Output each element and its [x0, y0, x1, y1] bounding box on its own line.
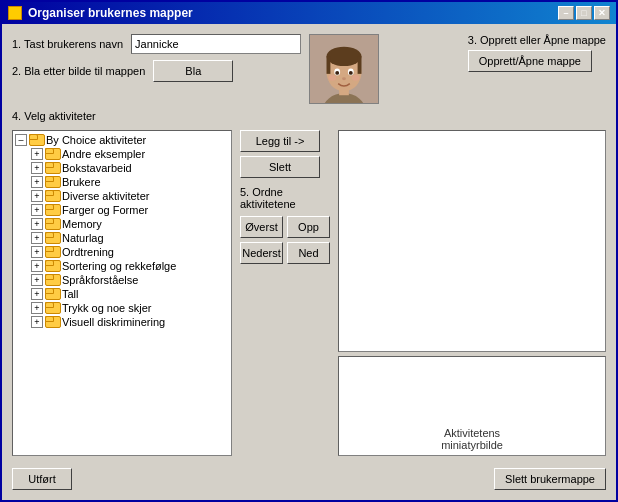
tree-item-andre-label: Andre eksempler: [62, 148, 145, 160]
tree-item-bokstav-label: Bokstavarbeid: [62, 162, 132, 174]
top-right: 3. Opprett eller Åpne mappe Opprett/Åpne…: [468, 34, 606, 72]
tree-item-visuell[interactable]: + Visuell diskriminering: [31, 315, 229, 329]
tree-item-diverse[interactable]: + Diverse aktiviteter: [31, 189, 229, 203]
tree-item-sortering-label: Sortering og rekkefølge: [62, 260, 176, 272]
done-button[interactable]: Utført: [12, 468, 72, 490]
tree-root-item[interactable]: – By Choice aktiviteter: [15, 133, 229, 147]
svg-point-12: [329, 75, 337, 81]
slett-button[interactable]: Slett: [240, 156, 320, 178]
tree-item-farger-expand[interactable]: +: [31, 204, 43, 216]
user-photo-image: [310, 34, 378, 104]
tree-item-bokstav-folder: [45, 162, 59, 174]
tree-item-ordtrening-label: Ordtrening: [62, 246, 114, 258]
ned-button[interactable]: Ned: [287, 242, 330, 264]
create-open-folder-button[interactable]: Opprett/Åpne mappe: [468, 50, 592, 72]
tree-item-memory-expand[interactable]: +: [31, 218, 43, 230]
tree-item-ordtrening-folder: [45, 246, 59, 258]
tree-item-visuell-label: Visuell diskriminering: [62, 316, 165, 328]
delete-user-folder-button[interactable]: Slett brukermappe: [494, 468, 606, 490]
close-button[interactable]: ✕: [594, 6, 610, 20]
tree-item-tall-folder: [45, 288, 59, 300]
right-panels: Aktivitetensminiatyrbilde: [338, 130, 606, 456]
window-title: Organiser brukernes mapper: [28, 6, 193, 20]
tree-item-sortering[interactable]: + Sortering og rekkefølge: [31, 259, 229, 273]
tree-panel: – By Choice aktiviteter + Andre eksemple…: [12, 130, 232, 456]
tree-item-trykk-label: Trykk og noe skjer: [62, 302, 151, 314]
tree-item-diverse-expand[interactable]: +: [31, 190, 43, 202]
tree-item-ordtrening-expand[interactable]: +: [31, 246, 43, 258]
tree-item-sprak-expand[interactable]: +: [31, 274, 43, 286]
activity-list: [338, 130, 606, 352]
window-icon: [8, 6, 22, 20]
tree-item-trykk-expand[interactable]: +: [31, 302, 43, 314]
tree-item-memory[interactable]: + Memory: [31, 217, 229, 231]
tree-item-memory-folder: [45, 218, 59, 230]
thumbnail-label: Aktivitetensminiatyrbilde: [441, 427, 503, 451]
tree-item-bokstav[interactable]: + Bokstavarbeid: [31, 161, 229, 175]
tree-item-natur[interactable]: + Naturlag: [31, 231, 229, 245]
tree-item-brukere-folder: [45, 176, 59, 188]
tree-item-sprak-folder: [45, 274, 59, 286]
tree-item-bokstav-expand[interactable]: +: [31, 162, 43, 174]
main-window: Organiser brukernes mapper – □ ✕ 1. Tast…: [0, 0, 618, 502]
top-left: 1. Tast brukerens navn 2. Bla etter bild…: [12, 34, 301, 82]
tree-item-brukere-expand[interactable]: +: [31, 176, 43, 188]
tree-item-tall[interactable]: + Tall: [31, 287, 229, 301]
tree-item-ordtrening[interactable]: + Ordtrening: [31, 245, 229, 259]
nederst-button[interactable]: Nederst: [240, 242, 283, 264]
tree-root-folder-icon: [29, 134, 43, 146]
tree-root-expand-icon[interactable]: –: [15, 134, 27, 146]
tree-item-diverse-label: Diverse aktiviteter: [62, 190, 149, 202]
tree-item-andre-expand[interactable]: +: [31, 148, 43, 160]
section1-label: 1. Tast brukerens navn: [12, 38, 123, 50]
section5-label: 5. Ordne aktivitetene: [240, 186, 330, 210]
tree-item-memory-label: Memory: [62, 218, 102, 230]
titlebar-controls: – □ ✕: [558, 6, 610, 20]
legg-til-button[interactable]: Legg til ->: [240, 130, 320, 152]
tree-item-farger[interactable]: + Farger og Former: [31, 203, 229, 217]
tree-item-sprak-label: Språkforståelse: [62, 274, 138, 286]
tree-item-trykk[interactable]: + Trykk og noe skjer: [31, 301, 229, 315]
arrange-buttons: Øverst Opp Nederst Ned: [240, 216, 330, 264]
tree-item-natur-label: Naturlag: [62, 232, 104, 244]
oeverst-button[interactable]: Øverst: [240, 216, 283, 238]
tree-item-andre[interactable]: + Andre eksempler: [31, 147, 229, 161]
username-input[interactable]: [131, 34, 301, 54]
opp-button[interactable]: Opp: [287, 216, 330, 238]
section4-label: 4. Velg aktiviteter: [12, 110, 606, 122]
svg-rect-5: [327, 56, 331, 73]
svg-point-13: [352, 75, 360, 81]
tree-item-visuell-expand[interactable]: +: [31, 316, 43, 328]
section3-label: 3. Opprett eller Åpne mappe: [468, 34, 606, 46]
section2-label: 2. Bla etter bilde til mappen: [12, 65, 145, 77]
top-row: 1. Tast brukerens navn 2. Bla etter bild…: [12, 34, 606, 104]
tree-item-farger-label: Farger og Former: [62, 204, 148, 216]
row2: 2. Bla etter bilde til mappen Bla: [12, 60, 301, 82]
tree-item-sortering-folder: [45, 260, 59, 272]
tree-item-natur-expand[interactable]: +: [31, 232, 43, 244]
tree-item-sprak[interactable]: + Språkforståelse: [31, 273, 229, 287]
svg-point-4: [327, 47, 362, 66]
main-area: – By Choice aktiviteter + Andre eksemple…: [12, 130, 606, 456]
svg-rect-6: [358, 56, 362, 73]
tree-item-tall-label: Tall: [62, 288, 79, 300]
thumbnail-area: Aktivitetensminiatyrbilde: [338, 356, 606, 456]
titlebar-title: Organiser brukernes mapper: [8, 6, 193, 20]
maximize-button[interactable]: □: [576, 6, 592, 20]
titlebar: Organiser brukernes mapper – □ ✕: [2, 2, 616, 24]
tree-item-sortering-expand[interactable]: +: [31, 260, 43, 272]
tree-item-farger-folder: [45, 204, 59, 216]
tree-item-diverse-folder: [45, 190, 59, 202]
tree-item-brukere[interactable]: + Brukere: [31, 175, 229, 189]
browse-button[interactable]: Bla: [153, 60, 233, 82]
tree-root-label: By Choice aktiviteter: [46, 134, 146, 146]
minimize-button[interactable]: –: [558, 6, 574, 20]
row1: 1. Tast brukerens navn: [12, 34, 301, 54]
tree-item-natur-folder: [45, 232, 59, 244]
tree-item-tall-expand[interactable]: +: [31, 288, 43, 300]
dialog-content: 1. Tast brukerens navn 2. Bla etter bild…: [2, 24, 616, 500]
user-photo: [309, 34, 379, 104]
svg-point-11: [342, 77, 346, 80]
footer: Utført Slett brukermappe: [12, 462, 606, 490]
tree-item-andre-folder: [45, 148, 59, 160]
